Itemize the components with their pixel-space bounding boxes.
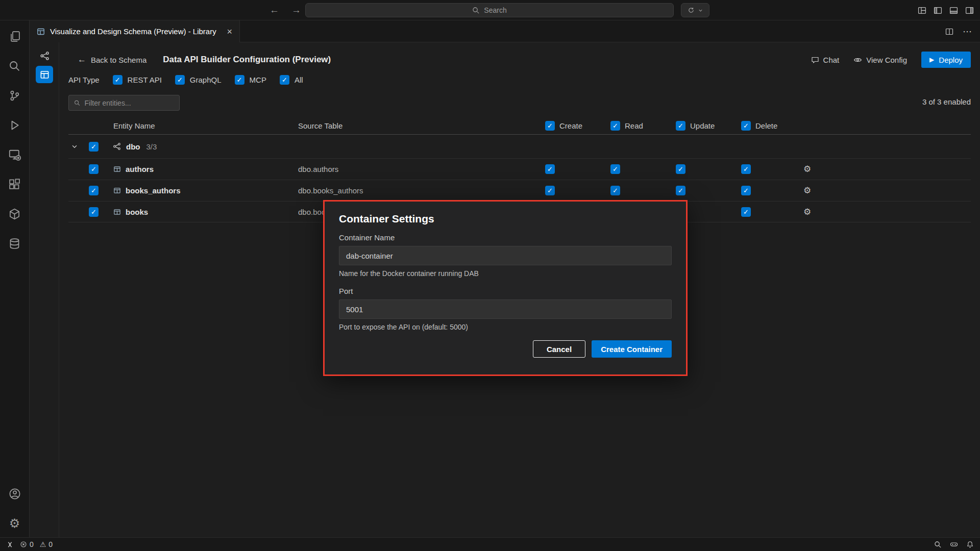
schema-visualizer-icon[interactable] [36,47,53,64]
view-config-button[interactable]: View Config [853,56,907,64]
remote-explorer-error-icon[interactable] [6,146,23,163]
filter-rest-api: REST API [113,75,162,85]
deploy-button[interactable]: ▶ Deploy [921,52,971,68]
chat-label: Chat [823,56,840,64]
mcp-label: MCP [250,76,266,84]
errors-count: 0 [30,540,34,548]
toggle-primary-sidebar-icon[interactable] [934,6,942,15]
row-settings-gear-icon[interactable]: ⚙ [803,186,811,195]
back-arrow-icon[interactable]: ← [270,5,279,16]
tab-title: Visualize and Design Schema (Preview) - … [50,27,216,36]
dialog-title: Container Settings [339,213,672,225]
update-select-all-checkbox[interactable] [676,121,685,131]
toggle-secondary-sidebar-icon[interactable] [965,6,974,15]
explorer-icon[interactable] [6,28,23,45]
title-bar: ← → Search [0,0,980,20]
delete-header-label: Delete [755,121,777,130]
entity-filter-box [68,95,180,111]
close-icon[interactable]: × [227,27,232,36]
row-enabled-checkbox[interactable] [89,186,99,195]
dab-configuration-icon[interactable] [36,66,53,83]
source-table-header: Source Table [295,121,542,130]
mcp-checkbox[interactable] [235,75,244,85]
errors-status[interactable]: 0 [20,540,34,548]
enabled-count: 3 of 3 enabled [922,97,971,106]
row-enabled-checkbox[interactable] [89,207,99,217]
activity-bar: ⚙ [0,20,30,537]
schema-group-checkbox[interactable] [89,142,99,152]
settings-gear-icon[interactable]: ⚙ [6,515,23,532]
row-settings-gear-icon[interactable]: ⚙ [803,207,811,217]
account-icon[interactable] [6,485,23,503]
table-header-row: Entity Name Source Table Create Read Upd… [68,117,971,135]
schema-group-name: dbo [126,142,140,151]
customize-layout-icon[interactable] [918,6,926,15]
bell-icon[interactable] [966,541,974,548]
create-checkbox[interactable] [545,164,555,174]
create-header-label: Create [559,121,582,130]
search-sidebar-icon[interactable] [6,57,23,74]
filter-graphql: GraphQL [175,75,222,85]
warnings-status[interactable]: ⚠ 0 [40,540,53,548]
create-checkbox[interactable] [545,186,555,195]
deploy-label: Deploy [939,56,963,64]
source-control-icon[interactable] [6,87,23,104]
entity-filter-input[interactable] [85,99,174,107]
database-icon[interactable] [6,235,23,252]
update-checkbox[interactable] [676,164,685,174]
all-checkbox[interactable] [280,75,289,85]
table-row-books-authors: books_authors dbo.books_authors ⚙ [68,180,971,201]
table-icon [113,208,121,216]
history-nav: ← → [270,0,301,20]
toggle-panel-icon[interactable] [949,6,958,15]
container-name-label: Container Name [339,233,672,242]
command-center-search[interactable]: Search [305,3,674,17]
port-input[interactable] [339,299,672,319]
create-select-all-checkbox[interactable] [545,121,555,131]
delete-select-all-checkbox[interactable] [741,121,751,131]
copilot-icon[interactable] [950,540,958,548]
split-editor-icon[interactable] [945,28,953,36]
back-label: Back to Schema [91,56,146,64]
graphql-label: GraphQL [190,76,222,84]
container-name-input[interactable] [339,246,672,265]
update-checkbox[interactable] [676,186,685,195]
read-checkbox[interactable] [610,164,620,174]
read-select-all-checkbox[interactable] [610,121,620,131]
tab-bar: Visualize and Design Schema (Preview) - … [30,20,980,42]
run-debug-icon[interactable] [6,116,23,134]
row-enabled-checkbox[interactable] [89,164,99,174]
schema-group-row: dbo 3/3 [68,135,971,158]
delete-checkbox[interactable] [741,164,751,174]
create-container-button[interactable]: Create Container [592,340,672,358]
warning-icon: ⚠ [40,541,46,548]
designer-toolbar [30,42,59,537]
eye-icon [853,56,862,64]
more-actions-icon[interactable]: ⋯ [963,27,972,36]
forward-arrow-icon[interactable]: → [291,5,301,16]
delete-checkbox[interactable] [741,186,751,195]
graphql-checkbox[interactable] [175,75,185,85]
status-bar: 0 ⚠ 0 [0,537,980,551]
cancel-button[interactable]: Cancel [533,340,585,358]
delete-checkbox[interactable] [741,207,751,217]
chevron-down-icon [698,8,703,13]
search-label: Search [484,6,506,14]
back-to-schema-link[interactable]: ← Back to Schema [78,55,146,65]
entity-name: books_authors [126,186,181,195]
container-settings-dialog: Container Settings Container Name Name f… [323,200,688,376]
zoom-icon[interactable] [934,541,942,548]
remote-indicator-icon[interactable] [6,541,14,548]
read-checkbox[interactable] [610,186,620,195]
session-dropdown[interactable] [681,3,709,17]
containers-cube-icon[interactable] [6,205,23,222]
collapse-chevron-icon[interactable] [68,143,86,150]
tab-visualize-design-schema[interactable]: Visualize and Design Schema (Preview) - … [30,20,240,42]
search-icon [74,99,81,107]
row-settings-gear-icon[interactable]: ⚙ [803,164,811,174]
table-icon [113,165,121,173]
rest-api-checkbox[interactable] [113,75,122,85]
chat-button[interactable]: Chat [811,56,840,64]
extensions-icon[interactable] [6,176,23,193]
filter-all: All [280,75,303,85]
